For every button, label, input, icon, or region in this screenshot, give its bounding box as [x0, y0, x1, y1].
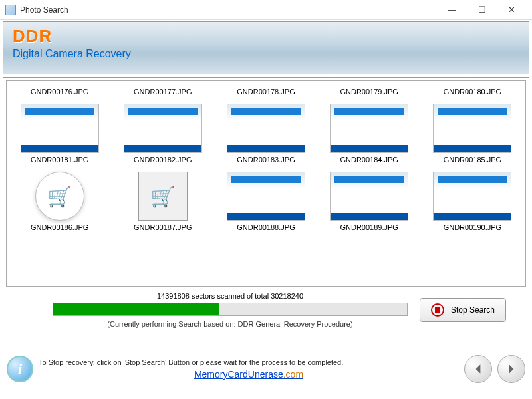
- chevron-right-icon: [505, 363, 517, 375]
- prev-button[interactable]: [464, 355, 492, 383]
- logo-text: DDR: [13, 26, 519, 47]
- app-banner: DDR Digital Camera Recovery: [3, 21, 529, 74]
- progress-note: (Currently performing Search based on: D…: [53, 320, 408, 328]
- thumbnail-image: [227, 104, 305, 153]
- stop-button-label: Stop Search: [451, 305, 495, 315]
- window-title: Photo Search: [20, 5, 437, 15]
- stop-search-button[interactable]: Stop Search: [420, 298, 506, 322]
- thumbnail-item[interactable]: GNDR00177.JPG: [112, 85, 213, 102]
- thumbnail-item[interactable]: GNDR00183.JPG: [215, 104, 316, 170]
- thumbnail-item[interactable]: GNDR00190.JPG: [422, 172, 523, 238]
- cart-icon: 🛒: [138, 172, 188, 221]
- progress-fill: [53, 303, 219, 315]
- footer-message: To Stop recovery, click on 'Stop Search'…: [39, 358, 459, 366]
- chevron-left-icon: [472, 363, 484, 375]
- thumbnail-item[interactable]: 🛒GNDR00186.JPG: [9, 172, 110, 238]
- thumbnail-item[interactable]: GNDR00184.JPG: [319, 104, 420, 170]
- main-panel: GNDR00176.JPG GNDR00177.JPG GNDR00178.JP…: [3, 77, 529, 346]
- thumbnail-image: [124, 104, 202, 153]
- progress-status-text: 14391808 sectors scanned of total 302182…: [53, 292, 408, 300]
- info-icon: i: [7, 356, 33, 382]
- thumbnail-item[interactable]: GNDR00178.JPG: [215, 85, 316, 102]
- thumbnail-item[interactable]: GNDR00176.JPG: [9, 85, 110, 102]
- thumbnail-item[interactable]: GNDR00182.JPG: [112, 104, 213, 170]
- thumbnail-item[interactable]: GNDR00179.JPG: [319, 85, 420, 102]
- app-icon: [5, 5, 16, 15]
- website-link[interactable]: MemoryCardUnerase.com: [39, 369, 459, 380]
- close-button[interactable]: ✕: [497, 1, 527, 19]
- cart-icon: 🛒: [35, 172, 84, 221]
- thumbnail-item[interactable]: GNDR00181.JPG: [9, 104, 110, 170]
- thumbnail-image: [433, 172, 511, 221]
- thumbnail-item[interactable]: GNDR00185.JPG: [422, 104, 523, 170]
- thumbnail-list[interactable]: GNDR00176.JPG GNDR00177.JPG GNDR00178.JP…: [6, 80, 526, 287]
- progress-bar: [53, 303, 408, 316]
- minimize-button[interactable]: —: [437, 1, 467, 19]
- app-subtitle: Digital Camera Recovery: [13, 48, 519, 60]
- thumbnail-image: [227, 172, 305, 221]
- titlebar: Photo Search — ☐ ✕: [0, 0, 532, 20]
- maximize-button[interactable]: ☐: [467, 1, 497, 19]
- footer-bar: i To Stop recovery, click on 'Stop Searc…: [3, 349, 529, 389]
- thumbnail-item[interactable]: GNDR00189.JPG: [319, 172, 420, 238]
- thumbnail-image: [433, 104, 511, 153]
- stop-icon: [431, 303, 444, 317]
- thumbnail-image: [21, 104, 99, 153]
- progress-area: 14391808 sectors scanned of total 302182…: [6, 292, 526, 328]
- thumbnail-item[interactable]: 🛒GNDR00187.JPG: [112, 172, 213, 238]
- thumbnail-item[interactable]: GNDR00188.JPG: [215, 172, 316, 238]
- thumbnail-item[interactable]: GNDR00180.JPG: [422, 85, 523, 102]
- next-button[interactable]: [497, 355, 525, 383]
- thumbnail-image: [330, 172, 408, 221]
- thumbnail-image: [330, 104, 408, 153]
